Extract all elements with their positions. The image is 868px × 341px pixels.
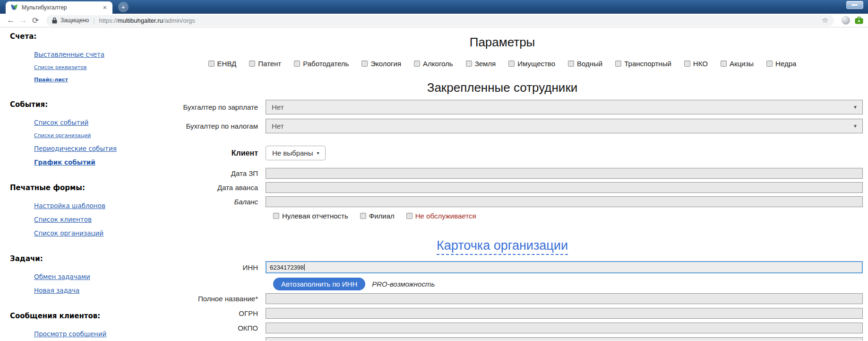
- org-card-link[interactable]: Карточка организации: [437, 238, 568, 255]
- checkbox-icon[interactable]: [249, 61, 255, 67]
- param-checkbox-transportny[interactable]: Транспортный: [615, 60, 671, 68]
- checkbox-icon[interactable]: [208, 61, 215, 67]
- flag-checkbox-filial[interactable]: Филиал: [360, 212, 395, 220]
- okpo-input[interactable]: [266, 323, 863, 333]
- param-checkbox-nko[interactable]: НКО: [684, 60, 708, 68]
- okpo-row: ОКПО: [142, 323, 863, 333]
- sidebar-link-nastroika-shablonov[interactable]: Настройка шаблонов: [34, 202, 142, 210]
- advance-date-input[interactable]: [266, 182, 863, 193]
- sidebar-link-obmen-zadachami[interactable]: Обмен задачами: [34, 273, 142, 280]
- checkbox-icon[interactable]: [508, 61, 515, 67]
- sidebar-link-prais-list[interactable]: Прайс-лист: [34, 77, 142, 83]
- checkbox-icon[interactable]: [414, 61, 420, 67]
- param-checkbox-aktsizy[interactable]: Акцизы: [721, 60, 754, 68]
- sidebar-link-grafik-sobytiy[interactable]: График событий: [34, 158, 142, 166]
- address-bar[interactable]: Защищено | https://multibuhgalter.ru/adm…: [46, 15, 834, 26]
- minimize-icon: [851, 4, 858, 6]
- pro-note: PRO-возможность: [372, 280, 435, 288]
- page-url: https://multibuhgalter.ru/admin/orgs: [99, 17, 195, 24]
- inn-input[interactable]: 6234172398: [266, 261, 863, 273]
- checkbox-icon[interactable]: [721, 61, 727, 67]
- checkbox-icon[interactable]: [466, 61, 472, 67]
- profile-avatar[interactable]: [842, 16, 850, 25]
- checkbox-label: Нулевая отчетность: [282, 212, 348, 220]
- checkbox-label: Алкоголь: [423, 60, 453, 68]
- close-tab-icon[interactable]: ×: [101, 4, 109, 11]
- sidebar-link-prosmotr-soobscheniy[interactable]: Просмотр сообщений: [34, 330, 142, 338]
- staff-title: Закрепленные сотрудники: [142, 80, 863, 95]
- checkbox-icon[interactable]: [766, 61, 773, 67]
- flag-checkbox-nulevaya-otchetnost[interactable]: Нулевая отчетность: [273, 212, 348, 220]
- ogrn-input[interactable]: [266, 308, 863, 319]
- forward-button[interactable]: →: [17, 16, 29, 25]
- sidebar-link-novaya-zadacha[interactable]: Новая задача: [34, 287, 142, 294]
- autofill-by-inn-button[interactable]: Автозаполнить по ИНН: [273, 278, 365, 290]
- checkbox-label: Недра: [775, 60, 796, 68]
- sidebar-link-vystavlennye-scheta[interactable]: Выставленные счета: [34, 51, 142, 58]
- flags-checkbox-row: Нулевая отчетность Филиал Не обслуживает…: [273, 212, 863, 220]
- checkbox-icon[interactable]: [406, 213, 413, 219]
- param-checkbox-patent[interactable]: Патент: [249, 60, 281, 68]
- flag-checkbox-ne-obsluzhivaetsya[interactable]: Не обслуживается: [406, 212, 476, 220]
- checkbox-icon[interactable]: [568, 61, 574, 67]
- tax-accountant-label: Бухгалтер по налогам: [142, 122, 266, 130]
- site-favicon-icon: [10, 4, 18, 11]
- extension-briefcase-icon[interactable]: [855, 17, 863, 24]
- checkbox-icon[interactable]: [615, 61, 621, 67]
- balance-row: Баланс: [142, 196, 863, 207]
- new-tab-button[interactable]: +: [118, 2, 129, 12]
- client-dropdown-button[interactable]: Не выбраны ▾: [266, 146, 326, 160]
- select-value: Нет: [272, 103, 284, 111]
- browser-tab[interactable]: Мультибухгалтер ×: [6, 1, 112, 14]
- salary-accountant-select[interactable]: Нет ▼: [266, 100, 863, 114]
- param-checkbox-zemlya[interactable]: Земля: [466, 60, 496, 68]
- advance-date-label: Дата аванса: [142, 184, 266, 192]
- parameters-title: Параметры: [142, 35, 863, 50]
- param-checkbox-rabotodatel[interactable]: Работодатель: [294, 60, 349, 68]
- sidebar-link-spisok-sobytiy[interactable]: Список событий: [34, 119, 142, 126]
- back-button[interactable]: ←: [5, 16, 17, 25]
- reload-button[interactable]: ⟳: [29, 16, 42, 26]
- full-name-label: Полное название*: [142, 295, 266, 303]
- caret-down-icon: ▾: [317, 150, 319, 156]
- sidebar-link-periodicheskie-sobytiya[interactable]: Периодические события: [34, 145, 142, 152]
- checkbox-label: ЕНВД: [217, 60, 237, 68]
- okpo-label: ОКПО: [142, 324, 266, 332]
- checkbox-icon[interactable]: [360, 213, 366, 219]
- tab-title: Мультибухгалтер: [22, 4, 101, 11]
- sidebar-section-print-forms: Печатные формы: Настройка шаблонов Списо…: [10, 184, 142, 237]
- lock-icon: [52, 17, 57, 24]
- param-checkbox-ekologiya[interactable]: Экология: [361, 60, 401, 68]
- browser-titlebar: Мультибухгалтер × +: [0, 0, 868, 14]
- salary-date-label: Дата ЗП: [142, 169, 266, 177]
- section-title: Счета:: [10, 32, 142, 41]
- checkbox-icon[interactable]: [294, 61, 300, 67]
- checkbox-icon[interactable]: [361, 61, 368, 67]
- full-name-input[interactable]: [266, 293, 863, 304]
- param-checkbox-nedra[interactable]: Недра: [766, 60, 796, 68]
- tax-accountant-select[interactable]: Нет ▼: [266, 119, 863, 133]
- section-title: Печатные формы:: [10, 184, 142, 192]
- org-card-title-wrap: Карточка организации: [142, 238, 863, 253]
- param-checkbox-vodny[interactable]: Водный: [568, 60, 602, 68]
- bookmark-star-icon[interactable]: ☆: [822, 16, 828, 25]
- sidebar-link-spisok-rekvizitov[interactable]: Список реквизитов: [34, 64, 142, 70]
- window-minimize-button[interactable]: [846, 1, 863, 9]
- sidebar-link-spisok-organizaciy[interactable]: Список организаций: [34, 229, 142, 237]
- checkbox-label: Имущество: [517, 60, 555, 68]
- param-checkbox-envd[interactable]: ЕНВД: [208, 60, 237, 68]
- param-checkbox-alkogol[interactable]: Алкоголь: [414, 60, 453, 68]
- section-title: Сообщения клиентов:: [10, 312, 142, 320]
- checkbox-label: Земля: [475, 60, 496, 68]
- security-label: Защищено: [60, 17, 89, 24]
- checkbox-icon[interactable]: [684, 61, 690, 67]
- checkbox-label: Водный: [577, 60, 602, 68]
- sidebar-link-spiski-organizaciy[interactable]: Списки организаций: [34, 132, 142, 139]
- checkbox-icon[interactable]: [273, 213, 279, 219]
- sidebar-link-spisok-klientov[interactable]: Список клиентов: [34, 216, 142, 223]
- balance-input[interactable]: [266, 196, 863, 207]
- param-checkbox-imushchestvo[interactable]: Имущество: [508, 60, 555, 68]
- ifns-input[interactable]: [266, 337, 863, 341]
- salary-date-input[interactable]: [266, 168, 863, 179]
- ifns-row: ИФНС: [142, 337, 863, 341]
